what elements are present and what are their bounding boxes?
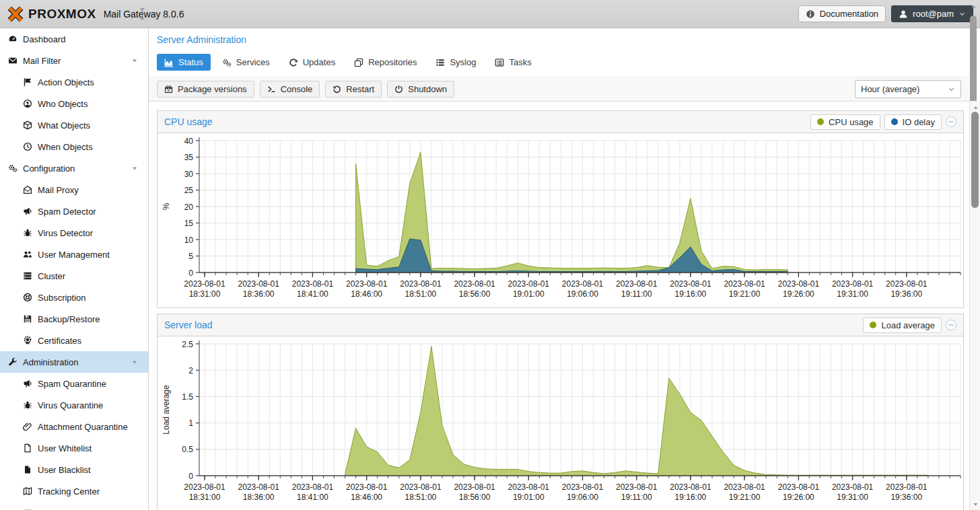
svg-text:18:31:00: 18:31:00: [189, 493, 221, 502]
tab-label: Tasks: [509, 57, 531, 67]
scroll-up-icon[interactable]: [970, 3, 977, 9]
svg-text:0.5: 0.5: [182, 445, 193, 454]
server-load-panel: Server load Load average 00.511.522.5202…: [157, 314, 964, 510]
sidebar-item-user-blacklist[interactable]: User Blacklist: [0, 459, 148, 480]
user-icon: [899, 9, 908, 19]
sidebar-item-queues[interactable]: Queues: [0, 502, 148, 510]
console-button[interactable]: Console: [260, 81, 320, 98]
legend-item-load-average[interactable]: Load average: [863, 318, 942, 333]
svg-text:18:51:00: 18:51:00: [405, 493, 437, 502]
sidebar-item-action-objects[interactable]: Action Objects: [0, 71, 148, 93]
server-load-panel-header: Server load Load average: [158, 314, 963, 336]
sidebar-item-label: Action Objects: [38, 77, 94, 87]
sidebar-item-attachment-quarantine[interactable]: Attachment Quarantine: [0, 416, 148, 437]
collapse-panel-button[interactable]: [946, 320, 956, 330]
panel-title: CPU usage: [164, 116, 213, 127]
tab-updates[interactable]: Updates: [281, 54, 343, 71]
sidebar-item-dashboard[interactable]: Dashboard: [0, 28, 148, 50]
status-toolbar: Package versionsConsoleRestartShutdown H…: [149, 77, 969, 102]
svg-text:18:56:00: 18:56:00: [459, 493, 491, 502]
svg-text:18:41:00: 18:41:00: [297, 289, 328, 299]
svg-text:Load average: Load average: [162, 385, 171, 435]
bullhorn-icon: [23, 379, 32, 388]
sidebar-item-cluster[interactable]: Cluster: [0, 265, 148, 287]
main-scrollbar-thumb[interactable]: [971, 112, 979, 208]
sidebar-item-label: Configuration: [23, 163, 75, 174]
restart-button[interactable]: Restart: [325, 81, 382, 98]
certificate-icon: [23, 336, 32, 345]
sidebar-item-user-whitelist[interactable]: User Whitelist: [0, 437, 148, 459]
envelope-icon: [8, 56, 18, 65]
server-load-legend: Load average: [863, 318, 942, 333]
tab-label: Services: [236, 57, 270, 67]
chevron-down-icon: [131, 164, 139, 172]
sidebar-item-mail-filter[interactable]: Mail Filter: [0, 50, 148, 71]
sidebar-item-administration[interactable]: Administration: [0, 351, 148, 373]
sidebar-item-virus-detector[interactable]: Virus Detector: [0, 222, 148, 244]
legend-label: CPU usage: [829, 117, 873, 127]
cpu-usage-chart-body: 05101520253035402023-08-0118:31:002023-0…: [158, 133, 963, 307]
svg-text:18:41:00: 18:41:00: [297, 493, 328, 502]
scroll-up-icon[interactable]: [972, 104, 979, 110]
documentation-button[interactable]: Documentation: [798, 5, 886, 22]
sidebar-item-what-objects[interactable]: What Objects: [0, 114, 148, 136]
sidebar-item-who-objects[interactable]: Who Objects: [0, 93, 148, 114]
file-filled-icon: [23, 465, 32, 474]
list-alt-icon: [495, 58, 504, 67]
svg-text:2023-08-01: 2023-08-01: [292, 482, 334, 492]
sidebar-item-tracking-center[interactable]: Tracking Center: [0, 480, 148, 502]
shutdown-button[interactable]: Shutdown: [387, 81, 454, 98]
sidebar-item-when-objects[interactable]: When Objects: [0, 136, 148, 157]
sidebar-item-label: Administration: [23, 357, 78, 367]
sidebar-item-spam-detector[interactable]: Spam Detector: [0, 201, 148, 222]
tab-tasks[interactable]: Tasks: [487, 54, 538, 71]
scroll-down-icon[interactable]: [972, 501, 979, 507]
toolbar-button-label: Shutdown: [408, 84, 447, 94]
sidebar-item-subscription[interactable]: Subscription: [0, 287, 148, 308]
svg-text:5: 5: [188, 252, 193, 261]
tab-repositories[interactable]: Repositories: [347, 54, 424, 71]
sidebar-item-user-management[interactable]: User Management: [0, 244, 148, 265]
tab-syslog[interactable]: Syslog: [428, 54, 483, 71]
bug-icon: [23, 228, 32, 238]
tab-status[interactable]: Status: [157, 54, 211, 71]
package-versions-button[interactable]: Package versions: [157, 81, 254, 98]
sidebar-item-label: Attachment Quarantine: [38, 422, 128, 432]
sidebar-item-virus-quarantine[interactable]: Virus Quarantine: [0, 394, 148, 416]
sidebar-item-mail-proxy[interactable]: Mail Proxy: [0, 179, 148, 201]
legend-item-cpu-usage[interactable]: CPU usage: [810, 114, 880, 130]
server-icon: [23, 271, 32, 281]
gift-icon: [164, 85, 173, 94]
cpu-usage-chart: 05101520253035402023-08-0118:31:002023-0…: [158, 133, 963, 307]
cube-icon: [23, 120, 32, 130]
svg-text:19:21:00: 19:21:00: [729, 289, 761, 299]
toolbar-button-label: Package versions: [178, 84, 247, 94]
sidebar-item-certificates[interactable]: Certificates: [0, 330, 148, 351]
sidebar-item-spam-quarantine[interactable]: Spam Quarantine: [0, 373, 148, 394]
sidebar-item-configuration[interactable]: Configuration: [0, 157, 148, 179]
svg-text:19:21:00: 19:21:00: [729, 493, 761, 502]
svg-text:2023-08-01: 2023-08-01: [238, 279, 280, 289]
user-menu-button[interactable]: root@pam: [891, 5, 973, 22]
svg-text:1.5: 1.5: [182, 392, 193, 402]
sidebar-item-backup-restore[interactable]: Backup/Restore: [0, 308, 148, 330]
svg-text:35: 35: [184, 153, 194, 162]
legend-dot: [870, 322, 876, 328]
sidebar-item-label: User Blacklist: [38, 465, 91, 475]
svg-text:19:16:00: 19:16:00: [675, 493, 707, 502]
bug-icon: [23, 400, 32, 410]
svg-text:30: 30: [184, 170, 194, 179]
svg-text:18:46:00: 18:46:00: [351, 493, 382, 502]
main-scrollbar[interactable]: [969, 101, 980, 510]
svg-text:19:36:00: 19:36:00: [890, 289, 922, 299]
svg-text:0: 0: [188, 268, 193, 278]
sidebar-item-label: Spam Quarantine: [38, 379, 106, 389]
timeframe-select[interactable]: Hour (average): [855, 80, 961, 98]
legend-item-io-delay[interactable]: IO delay: [884, 114, 942, 130]
tab-services[interactable]: Services: [215, 54, 277, 71]
svg-text:19:26:00: 19:26:00: [783, 289, 814, 299]
svg-text:2023-08-01: 2023-08-01: [346, 279, 388, 289]
collapse-panel-button[interactable]: [946, 116, 956, 127]
svg-text:2023-08-01: 2023-08-01: [724, 482, 765, 492]
svg-text:2023-08-01: 2023-08-01: [562, 279, 604, 289]
